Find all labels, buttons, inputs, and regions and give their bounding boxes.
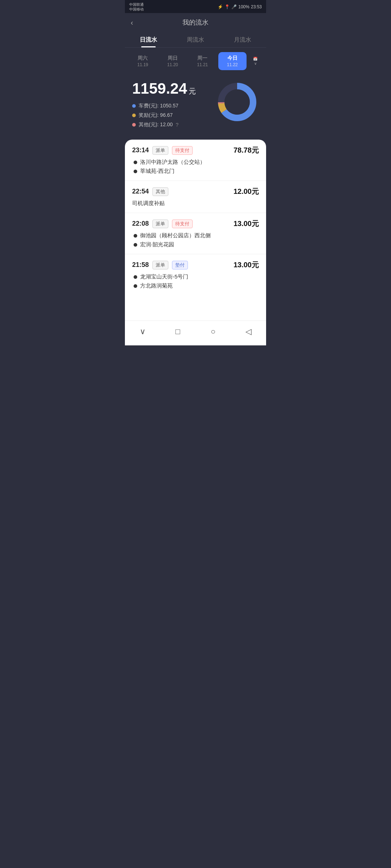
back-button[interactable]: ‹: [131, 18, 133, 27]
battery-text: 100%: [238, 4, 249, 9]
tx-type-badge-1: 派单: [152, 146, 168, 155]
route-origin-3: 御池园（顾村公园店）西北侧: [134, 232, 259, 239]
tx-amount-4: 13.00元: [234, 260, 259, 270]
tx-header-1: 23:14 派单 待支付 78.78元: [132, 145, 259, 155]
route-dest-1: 莘城苑-西北门: [134, 168, 259, 175]
tx-route-3: 御池园（顾村公园店）西北侧 宏润·韶光花园: [132, 232, 259, 248]
route-origin-4: 龙湖宝山天街-5号门: [134, 273, 259, 280]
day-saturday[interactable]: 周六 11.19: [129, 52, 157, 70]
tab-daily[interactable]: 日流水: [125, 32, 172, 47]
stat-other: 其他(元): 12.00 ?: [132, 122, 215, 128]
stats-left: 1159.24元 车费(元): 1050.57 奖励(元): 96.67 其他(…: [132, 80, 215, 131]
tx-left-2: 22:54 其他: [132, 187, 168, 196]
nav-down-button[interactable]: ∨: [136, 325, 149, 338]
tx-type-badge-3: 派单: [152, 220, 168, 228]
status-bar: 中国联通 中国移动 ⚡ 📍 🎤 100% 23:53: [125, 0, 266, 13]
transaction-item-4: 21:58 派单 垫付 13.00元 龙湖宝山天街-5号门 方北路润菊苑: [125, 254, 266, 295]
bluetooth-icon: ⚡: [218, 4, 223, 9]
tx-time-1: 23:14: [132, 146, 149, 154]
other-dot: [132, 123, 136, 127]
tx-time-2: 22:54: [132, 188, 149, 195]
carrier2: 中国移动: [129, 7, 144, 12]
route-origin-dot-1: [134, 161, 137, 164]
stat-reward: 奖励(元): 96.67: [132, 112, 215, 119]
tx-status-badge-4: 垫付: [172, 261, 188, 269]
tx-left-3: 22:08 派单 待支付: [132, 220, 193, 228]
donut-chart: [215, 80, 259, 124]
status-right: ⚡ 📍 🎤 100% 23:53: [218, 4, 262, 9]
bottom-nav: ∨ □ ○ ◁: [125, 320, 266, 345]
carfee-dot: [132, 104, 136, 108]
calendar-button[interactable]: 📅 ∨: [248, 57, 262, 65]
tx-status-badge-3: 待支付: [172, 220, 193, 228]
tx-header-4: 21:58 派单 垫付 13.00元: [132, 260, 259, 270]
reward-dot: [132, 114, 136, 117]
time-display: 23:53: [251, 4, 262, 9]
stat-carfee: 车费(元): 1050.57: [132, 103, 215, 109]
nav-square-icon: □: [176, 327, 180, 336]
tx-time-3: 22:08: [132, 220, 149, 227]
tx-amount-3: 13.00元: [234, 219, 259, 229]
tx-type-badge-2: 其他: [152, 187, 168, 196]
tx-route-4: 龙湖宝山天街-5号门 方北路润菊苑: [132, 273, 259, 289]
route-dest-dot-1: [134, 170, 137, 173]
mic-icon: 🎤: [231, 4, 237, 9]
transaction-item-1: 23:14 派单 待支付 78.78元 洛川中路沪太路（公交站） 莘城苑-西北门: [125, 140, 266, 181]
nav-recent-button[interactable]: □: [171, 325, 184, 338]
carrier1: 中国联通: [129, 2, 144, 7]
page-title: 我的流水: [182, 18, 209, 27]
donut-svg: [215, 80, 259, 124]
route-dest-4: 方北路润菊苑: [134, 282, 259, 289]
svg-point-4: [224, 89, 250, 115]
day-sunday[interactable]: 周日 11.20: [159, 52, 187, 70]
day-today[interactable]: 今日 11.22: [218, 52, 247, 70]
tab-monthly[interactable]: 月流水: [219, 32, 266, 47]
calendar-icon: 📅: [253, 57, 257, 61]
tx-header-3: 22:08 派单 待支付 13.00元: [132, 219, 259, 229]
tx-amount-1: 78.78元: [234, 145, 259, 155]
tx-amount-2: 12.00元: [234, 187, 259, 196]
tx-left-4: 21:58 派单 垫付: [132, 261, 188, 269]
total-amount: 1159.24元: [132, 80, 215, 97]
tx-desc-2: 司机调度补贴: [132, 200, 259, 207]
info-icon[interactable]: ?: [176, 122, 178, 128]
location-icon: 📍: [224, 4, 230, 9]
transaction-item-3: 22:08 派单 待支付 13.00元 御池园（顾村公园店）西北侧 宏润·韶光花…: [125, 213, 266, 254]
day-selector: 周六 11.19 周日 11.20 周一 11.21 今日 11.22 📅 ∨: [125, 48, 266, 75]
tab-weekly[interactable]: 周流水: [172, 32, 219, 47]
tx-route-1: 洛川中路沪太路（公交站） 莘城苑-西北门: [132, 159, 259, 175]
nav-home-button[interactable]: ○: [207, 325, 220, 338]
route-origin-1: 洛川中路沪太路（公交站）: [134, 159, 259, 166]
nav-back-button[interactable]: ◁: [242, 325, 255, 338]
transactions-list: 23:14 派单 待支付 78.78元 洛川中路沪太路（公交站） 莘城苑-西北门…: [125, 140, 266, 320]
header: ‹ 我的流水: [125, 13, 266, 32]
tx-time-4: 21:58: [132, 261, 149, 269]
chevron-down-icon: ∨: [254, 61, 257, 65]
tx-left-1: 23:14 派单 待支付: [132, 146, 193, 155]
carrier-info: 中国联通 中国移动: [129, 2, 144, 12]
nav-back-icon: ◁: [245, 327, 252, 336]
route-dest-dot-4: [134, 284, 137, 288]
route-dest-3: 宏润·韶光花园: [134, 241, 259, 248]
route-origin-dot-3: [134, 234, 137, 238]
day-monday[interactable]: 周一 11.21: [188, 52, 217, 70]
route-dest-dot-3: [134, 243, 137, 247]
nav-down-icon: ∨: [140, 327, 146, 336]
route-origin-dot-4: [134, 275, 137, 279]
tx-header-2: 22:54 其他 12.00元: [132, 187, 259, 196]
stats-section: 1159.24元 车费(元): 1050.57 奖励(元): 96.67 其他(…: [125, 75, 266, 140]
nav-circle-icon: ○: [211, 327, 215, 336]
tx-status-badge-1: 待支付: [172, 146, 193, 155]
tab-bar: 日流水 周流水 月流水: [125, 32, 266, 48]
tx-type-badge-4: 派单: [152, 261, 168, 269]
transaction-item-2: 22:54 其他 12.00元 司机调度补贴: [125, 181, 266, 213]
